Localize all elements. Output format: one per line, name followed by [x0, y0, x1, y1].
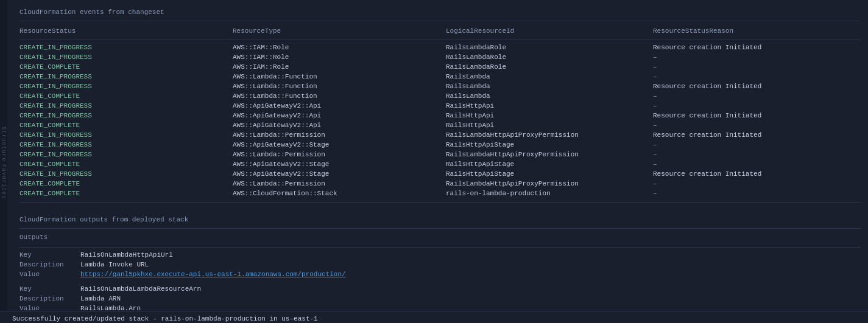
row-status: CREATE_COMPLETE: [19, 190, 233, 197]
row-logical-id: RailsLambdaRole: [446, 54, 653, 61]
output-desc-row: Description Lambda ARN: [19, 294, 861, 304]
table-row: CREATE_COMPLETE AWS::Lambda::Function Ra…: [19, 91, 861, 101]
row-type: AWS::ApiGatewayV2::Api: [233, 122, 446, 129]
table-row: CREATE_IN_PROGRESS AWS::Lambda::Permissi…: [19, 130, 861, 140]
sidebar-label-favorites: Favorites: [1, 164, 7, 200]
table-row: CREATE_COMPLETE AWS::CloudFormation::Sta…: [19, 189, 861, 198]
outputs-container: Key RailsOnLambdaHttpApiUrl Description …: [19, 250, 861, 313]
row-logical-id: RailsLambdaRole: [446, 44, 653, 51]
left-sidebar: Structure Favorites: [0, 0, 7, 323]
row-logical-id: RailsLambda: [446, 73, 653, 80]
table-row: CREATE_IN_PROGRESS AWS::IAM::Role RailsL…: [19, 52, 861, 62]
row-reason: –: [653, 63, 861, 71]
divider-1: [19, 21, 861, 21]
table-row: CREATE_IN_PROGRESS AWS::ApiGatewayV2::St…: [19, 169, 861, 179]
col-logical-id: LogicalResourceId: [446, 27, 653, 35]
row-logical-id: RailsLambda: [446, 83, 653, 90]
row-type: AWS::Lambda::Function: [233, 83, 446, 90]
row-type: AWS::Lambda::Permission: [233, 180, 446, 187]
row-status: CREATE_IN_PROGRESS: [19, 83, 233, 90]
table-row: CREATE_COMPLETE AWS::ApiGatewayV2::Api R…: [19, 120, 861, 130]
output-block: Key RailsOnLambdaLambdaResourceArn Descr…: [19, 284, 861, 313]
table-row: CREATE_COMPLETE AWS::IAM::Role RailsLamb…: [19, 62, 861, 72]
table-row: CREATE_IN_PROGRESS AWS::Lambda::Function…: [19, 72, 861, 82]
row-type: AWS::IAM::Role: [233, 44, 446, 51]
row-reason: Resource creation Initiated: [653, 44, 861, 51]
row-type: AWS::ApiGatewayV2::Stage: [233, 170, 446, 178]
row-status: CREATE_COMPLETE: [19, 63, 233, 71]
row-type: AWS::ApiGatewayV2::Api: [233, 112, 446, 119]
sidebar-label-structure: Structure: [1, 127, 7, 162]
row-reason: –: [653, 92, 861, 100]
table-row: CREATE_IN_PROGRESS AWS::IAM::Role RailsL…: [19, 43, 861, 52]
row-status: CREATE_IN_PROGRESS: [19, 112, 233, 119]
row-type: AWS::Lambda::Function: [233, 73, 446, 80]
output-key-value: RailsOnLambdaLambdaResourceArn: [80, 285, 861, 293]
output-key-row: Key RailsOnLambdaHttpApiUrl: [19, 250, 861, 260]
row-reason: –: [653, 151, 861, 158]
row-logical-id: rails-on-lambda-production: [446, 190, 653, 197]
table-row: CREATE_IN_PROGRESS AWS::ApiGatewayV2::St…: [19, 140, 861, 150]
output-val-label: Value: [19, 271, 80, 278]
row-status: CREATE_IN_PROGRESS: [19, 102, 233, 109]
events-section-title: CloudFormation events from changeset: [19, 5, 861, 18]
outputs-section: CloudFormation outputs from deployed sta…: [19, 212, 861, 319]
row-logical-id: RailsHttpApi: [446, 102, 653, 109]
col-resource-status: ResourceStatus: [19, 27, 233, 35]
output-key-row: Key RailsOnLambdaLambdaResourceArn: [19, 284, 861, 294]
row-type: AWS::ApiGatewayV2::Api: [233, 102, 446, 109]
table-rows-container: CREATE_IN_PROGRESS AWS::IAM::Role RailsL…: [19, 43, 861, 198]
row-logical-id: RailsLambdaRole: [446, 63, 653, 71]
row-status: CREATE_IN_PROGRESS: [19, 170, 233, 178]
row-reason: –: [653, 54, 861, 61]
outputs-section-title: CloudFormation outputs from deployed sta…: [19, 212, 861, 226]
table-row: CREATE_IN_PROGRESS AWS::Lambda::Function…: [19, 82, 861, 91]
output-desc-value: Lambda ARN: [80, 295, 861, 302]
row-reason: –: [653, 102, 861, 109]
row-type: AWS::ApiGatewayV2::Stage: [233, 161, 446, 168]
table-row: CREATE_COMPLETE AWS::ApiGatewayV2::Stage…: [19, 159, 861, 169]
row-reason: Resource creation Initiated: [653, 131, 861, 139]
output-desc-value: Lambda Invoke URL: [80, 261, 861, 268]
row-status: CREATE_COMPLETE: [19, 180, 233, 187]
output-key-value: RailsOnLambdaHttpApiUrl: [80, 251, 861, 259]
row-type: AWS::Lambda::Function: [233, 92, 446, 100]
table-row: CREATE_IN_PROGRESS AWS::Lambda::Permissi…: [19, 150, 861, 159]
table-row: CREATE_IN_PROGRESS AWS::ApiGatewayV2::Ap…: [19, 101, 861, 111]
output-key-label: Key: [19, 251, 80, 259]
table-row: CREATE_IN_PROGRESS AWS::ApiGatewayV2::Ap…: [19, 111, 861, 120]
row-logical-id: RailsHttpApi: [446, 122, 653, 129]
output-value-link[interactable]: https://ganl5pkhxe.execute-api.us-east-1…: [80, 271, 861, 278]
row-logical-id: RailsHttpApiStage: [446, 141, 653, 148]
row-status: CREATE_IN_PROGRESS: [19, 73, 233, 80]
row-reason: –: [653, 161, 861, 168]
row-reason: –: [653, 180, 861, 187]
row-status: CREATE_IN_PROGRESS: [19, 151, 233, 158]
output-desc-label: Description: [19, 261, 80, 268]
row-type: AWS::IAM::Role: [233, 54, 446, 61]
row-reason: –: [653, 141, 861, 148]
row-reason: –: [653, 190, 861, 197]
row-reason: –: [653, 73, 861, 80]
row-logical-id: RailsHttpApi: [446, 112, 653, 119]
row-type: AWS::Lambda::Permission: [233, 131, 446, 139]
row-reason: Resource creation Initiated: [653, 83, 861, 90]
row-logical-id: RailsLambdaHttpApiProxyPermission: [446, 180, 653, 187]
table-row: CREATE_COMPLETE AWS::Lambda::Permission …: [19, 179, 861, 189]
output-key-label: Key: [19, 285, 80, 293]
row-type: AWS::ApiGatewayV2::Stage: [233, 141, 446, 148]
row-type: AWS::IAM::Role: [233, 63, 446, 71]
row-status: CREATE_IN_PROGRESS: [19, 54, 233, 61]
output-desc-row: Description Lambda Invoke URL: [19, 260, 861, 269]
divider-2: [19, 40, 861, 40]
row-logical-id: RailsLambdaHttpApiProxyPermission: [446, 131, 653, 139]
row-type: AWS::CloudFormation::Stack: [233, 190, 446, 197]
divider-5: [19, 247, 861, 248]
row-logical-id: RailsLambda: [446, 92, 653, 100]
row-reason: Resource creation Initiated: [653, 170, 861, 178]
table-header: ResourceStatus ResourceType LogicalResou…: [19, 24, 861, 37]
row-logical-id: RailsHttpApiStage: [446, 161, 653, 168]
output-val-row: Value https://ganl5pkhxe.execute-api.us-…: [19, 269, 861, 279]
row-type: AWS::Lambda::Permission: [233, 151, 446, 158]
divider-3: [19, 202, 861, 203]
